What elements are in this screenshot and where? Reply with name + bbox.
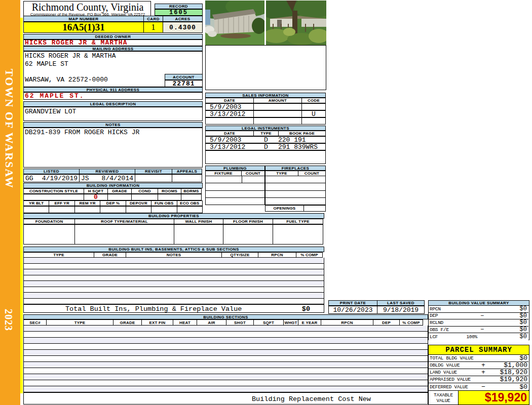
roof-col: ROOF TYPE/MATERIAL xyxy=(74,219,174,224)
parcel-summary-row: TOTAL BLDG VALUE $0 xyxy=(429,355,529,362)
physical-address-label: PHYSICAL 911 ADDRESS xyxy=(23,87,203,92)
building-info-values-1: 0 xyxy=(23,194,203,200)
replacement-cost-note: Building Replacement Cost New xyxy=(252,395,371,403)
fueltype-col: FUEL TYPE xyxy=(273,219,323,224)
bvs-row: RCLND $0 xyxy=(429,319,529,327)
bi-notes-col: NOTES xyxy=(126,252,222,258)
bvs-row: DEP − $0 xyxy=(429,313,529,320)
remyr-col: REM YR xyxy=(74,200,100,206)
appeals-col-label: APPEALS xyxy=(172,169,202,174)
openings-value xyxy=(303,205,326,212)
taxable-value-label: TAXABLE VALUE xyxy=(428,390,459,405)
review-values: GG 4/19/2019 JS 8/4/2014 xyxy=(23,174,203,182)
sales-row: 5/9/2003 xyxy=(205,103,326,110)
effyr-col: EFF YR xyxy=(49,200,74,206)
bs-sec-col: SEC# xyxy=(23,319,47,326)
building-sections-footer: Building Replacement Cost New xyxy=(23,392,428,404)
inst-type-col: TYPE xyxy=(253,131,279,136)
legal-instruments-label: LEGAL INSTRUMENTS xyxy=(205,126,326,131)
reviewed-date: 8/4/2014 xyxy=(102,175,133,182)
deppct-col: DEP % xyxy=(100,200,126,206)
grade-col: GRADE xyxy=(107,188,132,194)
physical-address-value: 62 MAPLE ST. xyxy=(23,92,203,100)
fireplaces-empty-rows xyxy=(265,176,326,205)
sidebar: TOWN OF WARSAW 2023 xyxy=(0,0,20,405)
card-label: CARD xyxy=(143,16,163,22)
bs-grade-col: GRADE xyxy=(113,319,142,326)
fixture-col: FIXTURE xyxy=(205,171,242,176)
listed-col-label: LISTED xyxy=(23,169,80,174)
fireplaces-header: TYPE COUNT xyxy=(265,171,326,176)
last-saved-col: LAST SAVED xyxy=(377,300,425,306)
bi-rpcn-col: RPCN xyxy=(258,252,296,258)
notes-value: DB291-839 FROM ROGER HICKS JR xyxy=(23,128,203,168)
fireplaces-label: FIREPLACES xyxy=(265,166,326,171)
parcel-summary-table: TOTAL BLDG VALUE $0 OBLDG VALUE + $1,000… xyxy=(428,355,529,390)
built-ins-label: BUILDING BUILT INS, BASEMENTS, ATTICS & … xyxy=(23,247,324,252)
photo-placeholder xyxy=(205,45,326,90)
account-value: 22781 xyxy=(165,80,203,87)
sales-row xyxy=(205,117,326,125)
inst-date-col: DATE xyxy=(205,131,254,136)
fp-type-col: TYPE xyxy=(265,171,298,176)
bs-sqft-col: SQFT xyxy=(253,319,284,326)
record-value: 1605 xyxy=(155,9,203,16)
reviewed-col-label: REVIEWED xyxy=(79,169,135,174)
plumbing-empty-rows xyxy=(205,176,265,205)
appeals-value xyxy=(172,174,202,182)
building-properties-header: FOUNDATION ROOF TYPE/MATERIAL WALL FINIS… xyxy=(23,219,324,224)
ecoobs-col: ECO OBS xyxy=(177,200,203,206)
building-info-header-1: CONSTRUCTION STYLE H SQFT GRADE COND ROO… xyxy=(23,188,203,194)
sidebar-title: TOWN OF WARSAW xyxy=(3,69,16,189)
sales-header: DATE AMOUNT CODE xyxy=(205,98,326,103)
building-sections-label: BUILDING SECTIONS xyxy=(23,314,428,319)
revisit-value xyxy=(135,174,172,182)
fp-count-col: COUNT xyxy=(298,171,326,176)
revisit-col-label: REVISIT xyxy=(135,169,172,174)
card-value: 1 xyxy=(143,22,163,33)
built-ins-total-value: $0 xyxy=(302,305,310,313)
title-block: Richmond County, Virginia Commissioner o… xyxy=(23,1,151,17)
foundation-col: FOUNDATION xyxy=(23,219,75,224)
acres-label: ACRES xyxy=(163,16,203,22)
map-number-label: MAP NUMBER xyxy=(23,16,144,22)
building-properties-values xyxy=(23,224,324,245)
building-value-summary-label: BUILDING VALUE SUMMARY xyxy=(428,300,529,306)
building-value-summary-table: RPCN $0 DEP − $0 RCLND xyxy=(428,306,529,340)
plumb-count-col: COUNT xyxy=(241,171,265,176)
sales-code-col: CODE xyxy=(301,98,326,103)
openings-label: OPENINGS xyxy=(265,205,304,212)
bi-type-col: TYPE xyxy=(23,252,94,258)
floorfinish-col: FLOOR FINISH xyxy=(223,219,273,224)
depovr-col: DEPOVR xyxy=(126,200,151,206)
plumbing-header: FIXTURE COUNT xyxy=(205,171,265,176)
bs-comp-col: % COMP xyxy=(399,319,423,326)
bs-shgt-col: SHGT xyxy=(226,319,254,326)
bvs-row: OBS F/E − $0 xyxy=(429,327,529,334)
parcel-summary-row: DEFERRED VALUE − $0 xyxy=(429,383,529,390)
listed-date: 4/19/2019 xyxy=(42,175,78,182)
bs-dep-col: DEP xyxy=(373,319,400,326)
listed-by: GG xyxy=(25,175,33,182)
review-header: LISTED REVIEWED REVISIT APPEALS xyxy=(23,169,203,174)
instruments-empty xyxy=(205,150,326,164)
parcel-summary-row: APPRAISED VALUE $19,920 xyxy=(429,376,529,383)
bs-air-col: AIR xyxy=(197,319,226,326)
parcel-summary-row: OBLDG VALUE + $1,000 xyxy=(429,362,529,369)
bs-rpcn-col: RPCN xyxy=(321,319,373,326)
bi-qty-col: QTY/SIZE xyxy=(221,252,258,258)
instrument-row: 3/13/2012 D 291 839WRS xyxy=(205,143,326,150)
record-label: RECORD xyxy=(155,4,203,9)
last-saved-value: 9/18/2019 xyxy=(377,306,425,314)
sales-date-col: DATE xyxy=(205,98,254,103)
construction-style-col: CONSTRUCTION STYLE xyxy=(23,188,84,194)
bvs-row: RPCN $0 xyxy=(429,306,529,313)
building-sections-header: SEC# TYPE GRADE EXT FIN HEAT AIR SHGT SQ… xyxy=(23,319,428,326)
reviewed-by: JS xyxy=(81,175,89,182)
acres-value: 0.4300 xyxy=(163,22,203,33)
rooms-col: ROOMS xyxy=(158,188,181,194)
map-number-value: 16A5(1)31 xyxy=(23,22,144,33)
building-info-header-2: YR BLT EFF YR REM YR DEP % DEPOVR FUN OB… xyxy=(23,200,203,206)
taxable-value: $19,920 xyxy=(458,390,529,405)
bs-whgt-col: WHGT xyxy=(283,319,298,326)
